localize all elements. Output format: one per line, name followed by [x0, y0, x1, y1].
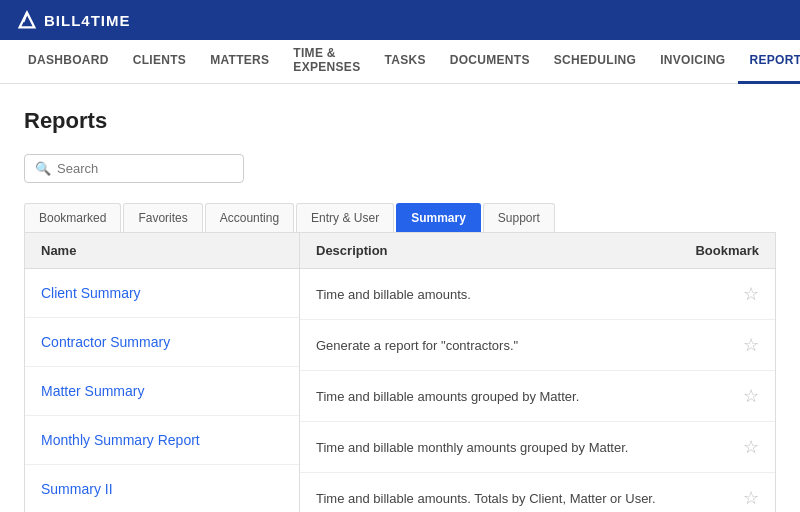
search-input[interactable] — [57, 161, 233, 176]
bookmark-star[interactable]: ☆ — [743, 436, 759, 458]
brand-bar: BILL4TIME — [0, 0, 800, 40]
nav-documents[interactable]: DOCUMENTS — [438, 40, 542, 84]
sidebar-item-monthly-summary[interactable]: Monthly Summary Report — [25, 416, 299, 465]
nav-reports[interactable]: REPORTS — [738, 40, 801, 84]
nav-time-expenses[interactable]: TIME & EXPENSES — [281, 40, 372, 84]
brand-name: BILL4TIME — [44, 12, 131, 29]
sidebar: Name Client Summary Contractor Summary M… — [25, 233, 300, 512]
search-icon: 🔍 — [35, 161, 51, 176]
tabs-row: Bookmarked Favorites Accounting Entry & … — [24, 203, 776, 233]
page-content: Reports 🔍 Bookmarked Favorites Accountin… — [0, 84, 800, 512]
row-description: Time and billable amounts. — [316, 287, 679, 302]
nav-clients[interactable]: CLIENTS — [121, 40, 198, 84]
search-box: 🔍 — [24, 154, 244, 183]
bookmark-cell: ☆ — [679, 436, 759, 458]
sidebar-header: Name — [25, 233, 299, 269]
brand-logo[interactable]: BILL4TIME — [16, 9, 131, 31]
col-bookmark-header: Bookmark — [679, 243, 759, 258]
sidebar-item-label: Summary II — [41, 481, 113, 497]
main-layout: Name Client Summary Contractor Summary M… — [24, 233, 776, 512]
tab-favorites[interactable]: Favorites — [123, 203, 202, 232]
tab-accounting[interactable]: Accounting — [205, 203, 294, 232]
bookmark-cell: ☆ — [679, 334, 759, 356]
nav-dashboard[interactable]: DASHBOARD — [16, 40, 121, 84]
bookmark-cell: ☆ — [679, 385, 759, 407]
tab-support[interactable]: Support — [483, 203, 555, 232]
tab-summary[interactable]: Summary — [396, 203, 481, 232]
tab-entry-user[interactable]: Entry & User — [296, 203, 394, 232]
table-row: Time and billable amounts. ☆ — [300, 269, 775, 320]
nav-scheduling[interactable]: SCHEDULING — [542, 40, 648, 84]
sidebar-item-label: Client Summary — [41, 285, 141, 301]
table-area: Description Bookmark Time and billable a… — [300, 233, 775, 512]
table-row: Time and billable monthly amounts groupe… — [300, 422, 775, 473]
col-description-header: Description — [316, 243, 679, 258]
bookmark-star[interactable]: ☆ — [743, 487, 759, 509]
sidebar-item-label: Monthly Summary Report — [41, 432, 200, 448]
table-row: Time and billable amounts grouped by Mat… — [300, 371, 775, 422]
bookmark-cell: ☆ — [679, 487, 759, 509]
logo-icon — [16, 9, 38, 31]
bookmark-star[interactable]: ☆ — [743, 334, 759, 356]
sidebar-item-client-summary[interactable]: Client Summary — [25, 269, 299, 318]
nav-bar: DASHBOARD CLIENTS MATTERS TIME & EXPENSE… — [0, 40, 800, 84]
table-row: Generate a report for "contractors." ☆ — [300, 320, 775, 371]
sidebar-item-summary-ii[interactable]: Summary II — [25, 465, 299, 512]
nav-tasks[interactable]: TASKS — [372, 40, 437, 84]
row-description: Time and billable monthly amounts groupe… — [316, 440, 679, 455]
bookmark-star[interactable]: ☆ — [743, 283, 759, 305]
page-title: Reports — [24, 108, 776, 134]
table-header-row: Description Bookmark — [300, 233, 775, 269]
nav-matters[interactable]: MATTERS — [198, 40, 281, 84]
sidebar-item-matter-summary[interactable]: Matter Summary — [25, 367, 299, 416]
nav-invoicing[interactable]: INVOICING — [648, 40, 737, 84]
sidebar-item-contractor-summary[interactable]: Contractor Summary — [25, 318, 299, 367]
sidebar-item-label: Matter Summary — [41, 383, 144, 399]
sidebar-item-label: Contractor Summary — [41, 334, 170, 350]
table-row: Time and billable amounts. Totals by Cli… — [300, 473, 775, 512]
row-description: Time and billable amounts grouped by Mat… — [316, 389, 679, 404]
bookmark-cell: ☆ — [679, 283, 759, 305]
row-description: Generate a report for "contractors." — [316, 338, 679, 353]
row-description: Time and billable amounts. Totals by Cli… — [316, 491, 679, 506]
tab-bookmarked[interactable]: Bookmarked — [24, 203, 121, 232]
bookmark-star[interactable]: ☆ — [743, 385, 759, 407]
